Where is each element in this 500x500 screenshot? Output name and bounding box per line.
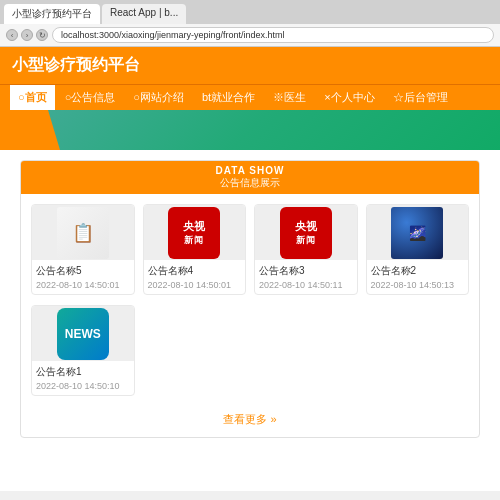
card-2-info: 公告名称2 2022-08-10 14:50:13 <box>367 260 469 294</box>
site-header: 小型诊疗预约平台 <box>0 47 500 84</box>
data-show-header: DATA SHOW 公告信息展示 <box>21 161 479 194</box>
card-4-name: 公告名称4 <box>148 264 242 278</box>
browser-addressbar: ‹ › ↻ localhost:3000/xiaoxing/jienmary-y… <box>0 24 500 46</box>
site-title: 小型诊疗预约平台 <box>12 56 140 73</box>
card-4-date: 2022-08-10 14:50:01 <box>148 280 242 290</box>
card-1-date: 2022-08-10 14:50:10 <box>36 381 130 391</box>
cctv-bottom-text-2: 新闻 <box>296 234 316 247</box>
browser-tab-inactive[interactable]: React App | b... <box>102 4 186 24</box>
space-icon: 🌌 <box>391 207 443 259</box>
url-bar[interactable]: localhost:3000/xiaoxing/jienmary-yeping/… <box>52 27 494 43</box>
card-5-date: 2022-08-10 14:50:01 <box>36 280 130 290</box>
page-content: 小型诊疗预约平台 ○首页 ○公告信息 ○网站介绍 bt就业合作 ※医生 ×个人中… <box>0 47 500 491</box>
browser-tabs: 小型诊疗预约平台 React App | b... <box>0 0 500 24</box>
card-3[interactable]: 央视 新闻 公告名称3 2022-08-10 14:50:11 <box>254 204 358 295</box>
nav-bar: ○首页 ○公告信息 ○网站介绍 bt就业合作 ※医生 ×个人中心 ☆后台管理 <box>0 84 500 110</box>
card-1[interactable]: NEWS 公告名称1 2022-08-10 14:50:10 <box>31 305 135 396</box>
card-1-image: NEWS <box>32 306 134 361</box>
main-content: DATA SHOW 公告信息展示 📋 公告名称5 2022-08-10 14:5… <box>0 150 500 448</box>
browser-chrome: 小型诊疗预约平台 React App | b... ‹ › ↻ localhos… <box>0 0 500 47</box>
nav-item-home[interactable]: ○首页 <box>10 85 55 110</box>
forward-button[interactable]: › <box>21 29 33 41</box>
cctv-top-text: 央视 <box>183 219 205 234</box>
back-button[interactable]: ‹ <box>6 29 18 41</box>
news-text: NEWS <box>65 327 101 341</box>
nav-item-profile[interactable]: ×个人中心 <box>316 85 382 110</box>
card-5-info: 公告名称5 2022-08-10 14:50:01 <box>32 260 134 294</box>
card-2[interactable]: 🌌 公告名称2 2022-08-10 14:50:13 <box>366 204 470 295</box>
data-show-section: DATA SHOW 公告信息展示 📋 公告名称5 2022-08-10 14:5… <box>20 160 480 438</box>
card-5-image: 📋 <box>32 205 134 260</box>
data-show-title-en: DATA SHOW <box>25 165 475 176</box>
banner-area <box>0 110 500 150</box>
card-2-name: 公告名称2 <box>371 264 465 278</box>
browser-tab-active[interactable]: 小型诊疗预约平台 <box>4 4 100 24</box>
doc-icon: 📋 <box>57 207 109 259</box>
card-3-image: 央视 新闻 <box>255 205 357 260</box>
refresh-button[interactable]: ↻ <box>36 29 48 41</box>
card-4[interactable]: 央视 新闻 公告名称4 2022-08-10 14:50:01 <box>143 204 247 295</box>
cards-grid-row2: NEWS 公告名称1 2022-08-10 14:50:10 <box>21 305 479 406</box>
cctv-bottom-text: 新闻 <box>184 234 204 247</box>
browser-nav-buttons: ‹ › ↻ <box>6 29 48 41</box>
card-1-name: 公告名称1 <box>36 365 130 379</box>
card-2-date: 2022-08-10 14:50:13 <box>371 280 465 290</box>
card-5[interactable]: 📋 公告名称5 2022-08-10 14:50:01 <box>31 204 135 295</box>
cards-grid-row1: 📋 公告名称5 2022-08-10 14:50:01 央视 新闻 <box>21 194 479 305</box>
card-3-info: 公告名称3 2022-08-10 14:50:11 <box>255 260 357 294</box>
card-3-date: 2022-08-10 14:50:11 <box>259 280 353 290</box>
card-4-image: 央视 新闻 <box>144 205 246 260</box>
card-1-info: 公告名称1 2022-08-10 14:50:10 <box>32 361 134 395</box>
card-4-info: 公告名称4 2022-08-10 14:50:01 <box>144 260 246 294</box>
news-icon: NEWS <box>57 308 109 360</box>
card-5-name: 公告名称5 <box>36 264 130 278</box>
more-link[interactable]: 查看更多 » <box>21 406 479 437</box>
card-2-image: 🌌 <box>367 205 469 260</box>
nav-item-doctor[interactable]: ※医生 <box>265 85 314 110</box>
nav-item-announcements[interactable]: ○公告信息 <box>57 85 124 110</box>
data-show-title-cn: 公告信息展示 <box>25 176 475 190</box>
nav-item-jobs[interactable]: bt就业合作 <box>194 85 263 110</box>
nav-item-about[interactable]: ○网站介绍 <box>125 85 192 110</box>
card-3-name: 公告名称3 <box>259 264 353 278</box>
cctv-top-text-2: 央视 <box>295 219 317 234</box>
cctv-icon-2: 央视 新闻 <box>280 207 332 259</box>
nav-item-admin[interactable]: ☆后台管理 <box>385 85 456 110</box>
cctv-icon-1: 央视 新闻 <box>168 207 220 259</box>
